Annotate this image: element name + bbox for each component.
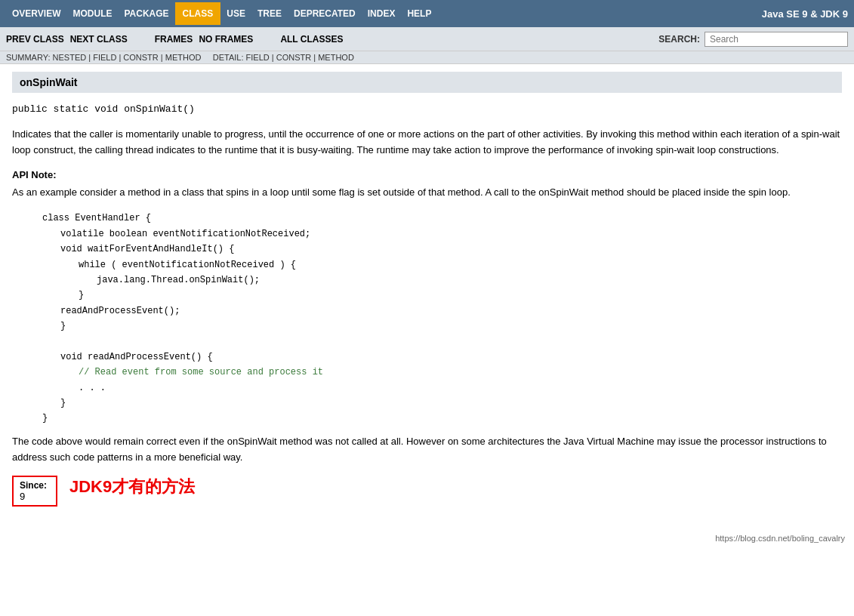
since-label: Since: <box>20 480 50 491</box>
third-navigation: SUMMARY: NESTED | FIELD | CONSTR | METHO… <box>0 51 854 64</box>
summary-method[interactable]: METHOD <box>165 53 202 62</box>
nav-items-left: OVERVIEW MODULE PACKAGE CLASS USE TREE D… <box>6 2 437 25</box>
nav-use[interactable]: USE <box>220 2 251 25</box>
second-navigation: PREV CLASS NEXT CLASS FRAMES NO FRAMES A… <box>0 27 854 51</box>
no-frames-link[interactable]: NO FRAMES <box>199 34 253 45</box>
class-nav-links: PREV CLASS NEXT CLASS FRAMES NO FRAMES A… <box>6 34 344 45</box>
code-line-11: . . . <box>79 380 842 396</box>
code-line-8: } <box>60 319 842 334</box>
since-box: Since: 9 <box>12 476 57 507</box>
search-label: SEARCH: <box>658 34 700 45</box>
code-line-2: volatile boolean eventNotificationNotRec… <box>60 226 842 242</box>
code-line-13: } <box>42 411 842 426</box>
nav-help[interactable]: HELP <box>401 2 437 25</box>
search-area: SEARCH: <box>658 32 848 47</box>
search-input[interactable] <box>704 32 848 47</box>
api-note-label: API Note: <box>12 169 842 180</box>
detail-field[interactable]: FIELD <box>246 53 270 62</box>
bottom-text: The code above would remain correct even… <box>12 434 842 466</box>
summary-nested[interactable]: NESTED <box>53 53 87 62</box>
method-signature: public static void onSpinWait() <box>12 100 842 118</box>
detail-method[interactable]: METHOD <box>318 53 354 62</box>
top-navigation: OVERVIEW MODULE PACKAGE CLASS USE TREE D… <box>0 0 854 27</box>
code-line-5: java.lang.Thread.onSpinWait(); <box>97 273 842 288</box>
method-description: Indicates that the caller is momentarily… <box>12 127 842 159</box>
detail-label: DETAIL: <box>213 53 244 62</box>
nav-deprecated[interactable]: DEPRECATED <box>288 2 362 25</box>
summary-label: SUMMARY: <box>6 53 50 62</box>
nav-package[interactable]: PACKAGE <box>118 2 174 25</box>
code-line-9: void readAndProcessEvent() { <box>60 350 842 365</box>
all-classes-link[interactable]: ALL CLASSES <box>280 34 343 45</box>
code-line-4: while ( eventNotificationNotReceived ) { <box>79 257 842 273</box>
code-line-10: // Read event from some source and proce… <box>79 365 842 380</box>
next-class-link[interactable]: NEXT CLASS <box>70 34 128 45</box>
prev-class-link[interactable]: PREV CLASS <box>6 34 64 45</box>
code-line-3: void waitForEventAndHandleIt() { <box>60 242 842 257</box>
frames-link[interactable]: FRAMES <box>155 34 193 45</box>
nav-title: Java SE 9 & JDK 9 <box>762 8 848 20</box>
footer-watermark: https://blog.csdn.net/boling_cavalry <box>0 529 854 547</box>
api-note-text: As an example consider a method in a cla… <box>12 185 842 201</box>
nav-class[interactable]: CLASS <box>175 2 221 25</box>
nav-module[interactable]: MODULE <box>66 2 118 25</box>
summary-constr[interactable]: CONSTR <box>123 53 158 62</box>
nav-overview[interactable]: OVERVIEW <box>6 2 66 25</box>
since-value: 9 <box>20 491 50 502</box>
code-line-blank <box>42 334 842 350</box>
code-line-7: readAndProcessEvent(); <box>60 303 842 319</box>
summary-field[interactable]: FIELD <box>93 53 116 62</box>
method-title-block: onSpinWait <box>12 72 842 93</box>
nav-index[interactable]: INDEX <box>362 2 402 25</box>
code-line-6: } <box>79 288 842 303</box>
since-block: Since: 9 JDK9才有的方法 <box>12 476 842 507</box>
code-line-1: class EventHandler { <box>42 211 842 226</box>
method-title: onSpinWait <box>20 76 77 88</box>
main-content: onSpinWait public static void onSpinWait… <box>0 64 854 514</box>
detail-constr[interactable]: CONSTR <box>276 53 311 62</box>
nav-tree[interactable]: TREE <box>251 2 288 25</box>
code-line-12: } <box>60 396 842 411</box>
code-block: class EventHandler { volatile boolean ev… <box>42 211 842 426</box>
since-annotation: JDK9才有的方法 <box>69 476 195 498</box>
